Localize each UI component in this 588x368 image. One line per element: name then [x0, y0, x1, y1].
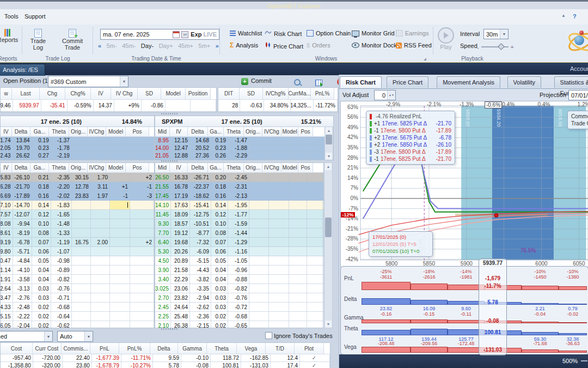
table-row[interactable]: -1,358.80-320.0023.80-1,678.79-10.27%5.7…: [1, 362, 330, 368]
auto-select[interactable]: Auto▼: [57, 331, 93, 342]
cell[interactable]: -3: [130, 191, 154, 200]
cell[interactable]: -1,678.79: [92, 362, 121, 368]
help-icon[interactable]: ?: [573, 13, 577, 20]
cell[interactable]: -14.70: [13, 201, 32, 209]
cell[interactable]: -3.13: [13, 284, 32, 293]
greek-bar[interactable]: [411, 329, 448, 335]
cell[interactable]: -162.85: [241, 354, 271, 361]
cell[interactable]: 7.57: [1, 210, 13, 219]
tab-statistics-fundamentals[interactable]: Statistics & Fundamentals: [554, 76, 588, 88]
cell[interactable]: 23.83: [72, 191, 91, 200]
cell[interactable]: [130, 275, 154, 283]
cell[interactable]: 3.40: [155, 275, 171, 283]
cell[interactable]: -1.78: [51, 144, 72, 152]
cell[interactable]: +1: [110, 182, 130, 191]
cell[interactable]: [72, 228, 91, 237]
calendar-icon[interactable]: [173, 31, 180, 38]
cell[interactable]: [289, 293, 307, 302]
cell[interactable]: 28: [218, 100, 240, 111]
vol-adjust-spinner[interactable]: 0 ▲▼: [374, 90, 396, 100]
cell[interactable]: -2.31: [228, 182, 249, 191]
cell[interactable]: [307, 152, 323, 159]
cell[interactable]: -0.59%: [68, 100, 94, 111]
cell[interactable]: [249, 152, 269, 159]
scroll-up-icon[interactable]: ▲: [325, 163, 332, 170]
cell[interactable]: [72, 210, 91, 219]
cell[interactable]: [307, 144, 323, 152]
cell[interactable]: -11.72%: [314, 100, 338, 111]
plot-checkbox[interactable]: ✓: [300, 354, 330, 361]
cell[interactable]: -3.82: [190, 275, 211, 283]
cell[interactable]: [130, 266, 154, 274]
greek-bar[interactable]: [411, 300, 448, 305]
cell[interactable]: [249, 173, 269, 182]
upper-chain-scrollbar[interactable]: ▲▼: [324, 126, 333, 160]
cell[interactable]: -2.62: [190, 303, 211, 311]
table-row[interactable]: 5.83-26.100.21-2.3530.151.70+2: [1, 173, 154, 182]
cell[interactable]: 14.10: [155, 201, 171, 209]
cell[interactable]: 6.40: [155, 238, 171, 246]
cell[interactable]: 7.10: [1, 201, 13, 209]
cell[interactable]: -1.05: [228, 256, 249, 265]
cell[interactable]: -2.94: [190, 293, 211, 302]
cell[interactable]: Delta: [150, 343, 178, 354]
cell[interactable]: [72, 247, 91, 256]
cell[interactable]: 0.16: [32, 191, 51, 200]
cell[interactable]: 0.04: [211, 275, 228, 283]
cell[interactable]: Delta: [12, 127, 30, 136]
cell[interactable]: 2.45: [155, 303, 171, 311]
tab-price-chart[interactable]: Price Chart: [387, 76, 428, 88]
table-row[interactable]: wLastChgChg%IVIV ChgSDModelPosition: [1, 88, 216, 100]
cell[interactable]: [91, 275, 110, 283]
cell[interactable]: -2.02: [51, 191, 72, 200]
greek-bar[interactable]: [559, 351, 587, 353]
scrollbar-thumb[interactable]: [326, 135, 332, 144]
cell[interactable]: 0.05: [32, 256, 51, 265]
menu-support[interactable]: Support: [24, 13, 46, 20]
table-row[interactable]: 9.465939.97-35.41-0.59%14.37+9%-0.86: [1, 100, 216, 112]
cell[interactable]: [72, 275, 91, 283]
cell[interactable]: [110, 210, 130, 219]
cell[interactable]: 118.72: [211, 354, 241, 361]
cell[interactable]: 17.45: [155, 191, 171, 200]
cell[interactable]: [130, 321, 154, 328]
cell[interactable]: IV: [1, 127, 12, 136]
cell[interactable]: -1.88: [228, 144, 249, 152]
cell[interactable]: IV: [1, 163, 12, 172]
cell[interactable]: 3.025: [155, 284, 171, 293]
cell[interactable]: -0.96: [228, 266, 249, 274]
cell[interactable]: [249, 275, 269, 283]
cell[interactable]: [110, 228, 130, 237]
expiration-calendar-icon[interactable]: H: [181, 31, 188, 38]
cell[interactable]: 9.59: [153, 354, 181, 361]
cell[interactable]: [130, 210, 154, 219]
cell[interactable]: 0.04: [211, 266, 228, 274]
cell[interactable]: Plot: [295, 343, 324, 354]
cell[interactable]: 0.10: [211, 219, 228, 228]
cell[interactable]: [269, 303, 289, 311]
cell[interactable]: [307, 293, 323, 302]
table-row[interactable]: 6.4019.68-7.320.07-1.29: [155, 238, 323, 247]
cell[interactable]: IVChg: [88, 163, 106, 172]
cell[interactable]: Ga...: [208, 127, 224, 136]
cell[interactable]: Ga...: [30, 127, 49, 136]
table-row[interactable]: 2.2525.48-2.360.02-0.68: [155, 312, 323, 321]
cell[interactable]: PnL%: [311, 88, 334, 99]
cell[interactable]: 1.14: [1, 266, 13, 274]
cell[interactable]: [269, 247, 289, 256]
table-row[interactable]: -957.40-720.0022.40-1,677.39-11.71%9.59-…: [1, 354, 330, 362]
cell[interactable]: -1.65: [51, 210, 72, 219]
cell[interactable]: 0.18: [211, 182, 228, 191]
cell[interactable]: 1.97: [91, 191, 110, 200]
cell[interactable]: Mid: [155, 163, 170, 172]
table-row[interactable]: 6.69-17.890.16-2.0223.831.97-1-3: [1, 191, 154, 201]
cell[interactable]: 0.16: [211, 191, 228, 200]
cell[interactable]: Orig...: [69, 127, 88, 136]
cell[interactable]: -5.15: [190, 256, 211, 265]
cell[interactable]: [289, 144, 307, 152]
cell[interactable]: 2.43: [1, 152, 13, 159]
cell[interactable]: [307, 284, 323, 293]
cell[interactable]: 8.08: [1, 219, 13, 228]
cell[interactable]: Last: [12, 88, 40, 99]
search-icon[interactable]: [294, 79, 301, 86]
